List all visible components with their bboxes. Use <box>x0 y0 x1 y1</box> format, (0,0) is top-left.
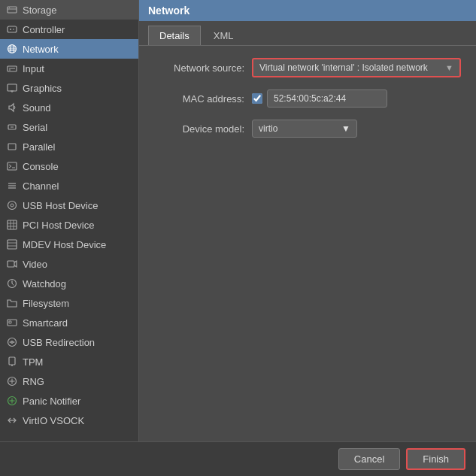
sidebar-item-storage[interactable]: Storage <box>0 0 138 20</box>
mac-row <box>252 89 387 108</box>
sidebar-item-graphics-label: Graphics <box>23 83 62 94</box>
sidebar-item-usb-redirection-label: USB Redirection <box>23 337 95 348</box>
main-container: Storage Controller Network Input Graphic… <box>0 0 476 441</box>
smartcard-icon <box>6 317 18 329</box>
sidebar-item-usb-host-device-label: USB Host Device <box>23 200 98 211</box>
sidebar-item-graphics[interactable]: Graphics <box>0 78 138 98</box>
tab-xml[interactable]: XML <box>202 26 245 45</box>
finish-button[interactable]: Finish <box>406 448 465 470</box>
sound-icon <box>6 102 18 114</box>
tabs-bar: Details XML <box>139 21 476 46</box>
sidebar-item-pci-host-device-label: PCI Host Device <box>23 220 94 231</box>
sidebar-item-sound-label: Sound <box>23 102 51 114</box>
serial-icon <box>6 121 18 133</box>
console-icon <box>6 160 18 172</box>
device-model-value: virtio <box>259 123 277 134</box>
watchdog-icon <box>6 277 18 290</box>
sidebar-item-panic-notifier-label: Panic Notifier <box>23 396 80 407</box>
svg-marker-18 <box>9 104 14 111</box>
sidebar-item-mdev-host-device[interactable]: MDEV Host Device <box>0 235 138 254</box>
device-model-row-inner: virtio ▼ <box>252 120 357 138</box>
sidebar-item-network[interactable]: Network <box>0 39 138 59</box>
form-area: Network source: Virtual network 'interna… <box>139 46 476 441</box>
sidebar-item-channel-label: Channel <box>23 180 59 192</box>
sidebar-item-filesystem-label: Filesystem <box>23 298 69 309</box>
device-model-select[interactable]: virtio ▼ <box>252 120 357 138</box>
rng-icon <box>6 375 18 387</box>
sidebar-item-channel[interactable]: Channel <box>0 176 138 196</box>
sidebar-item-storage-label: Storage <box>23 5 57 16</box>
sidebar-item-tpm-label: TPM <box>23 356 43 368</box>
sidebar-item-sound[interactable]: Sound <box>0 98 138 117</box>
sidebar-item-serial[interactable]: Serial <box>0 117 138 137</box>
tab-details[interactable]: Details <box>148 26 201 45</box>
video-icon <box>6 258 18 270</box>
virtio-vsock-icon <box>6 414 18 426</box>
svg-rect-3 <box>8 26 17 32</box>
input-icon <box>6 62 18 74</box>
sidebar-item-controller-label: Controller <box>23 24 65 35</box>
sidebar-item-smartcard[interactable]: Smartcard <box>0 313 138 332</box>
svg-rect-46 <box>9 357 15 365</box>
sidebar-item-virtio-vsock[interactable]: VirtIO VSOCK <box>0 411 138 430</box>
network-source-dropdown-arrow: ▼ <box>445 63 453 72</box>
sidebar-item-tpm[interactable]: TPM <box>0 352 138 371</box>
sidebar-item-smartcard-label: Smartcard <box>23 317 68 329</box>
sidebar-item-pci-host-device[interactable]: PCI Host Device <box>0 215 138 235</box>
svg-rect-29 <box>8 220 17 229</box>
svg-rect-22 <box>8 162 17 170</box>
svg-rect-15 <box>8 84 17 91</box>
svg-rect-34 <box>8 240 17 249</box>
svg-point-28 <box>11 204 14 207</box>
sidebar-item-console-label: Console <box>23 161 59 172</box>
graphics-icon <box>6 82 18 94</box>
footer: Cancel Finish <box>0 441 476 476</box>
filesystem-icon <box>6 297 18 309</box>
sidebar-item-parallel[interactable]: Parallel <box>0 137 138 156</box>
device-model-row: Device model: virtio ▼ <box>154 120 461 138</box>
channel-icon <box>6 180 18 192</box>
svg-rect-42 <box>9 321 11 323</box>
mac-checkbox[interactable] <box>252 93 262 104</box>
sidebar-item-rng[interactable]: RNG <box>0 371 138 391</box>
device-model-arrow: ▼ <box>341 123 350 134</box>
sidebar-item-watchdog[interactable]: Watchdog <box>0 274 138 293</box>
sidebar-item-controller[interactable]: Controller <box>0 20 138 39</box>
sidebar-item-serial-label: Serial <box>23 122 47 133</box>
svg-point-27 <box>8 202 17 210</box>
sidebar-item-usb-redirection[interactable]: USB Redirection <box>0 332 138 352</box>
sidebar-item-panic-notifier[interactable]: Panic Notifier <box>0 391 138 411</box>
svg-line-40 <box>12 283 14 286</box>
sidebar-item-virtio-vsock-label: VirtIO VSOCK <box>23 415 84 426</box>
network-source-dropdown[interactable]: Virtual network 'internal' : Isolated ne… <box>252 58 461 77</box>
mdev-host-device-icon <box>6 238 18 250</box>
mac-address-input[interactable] <box>267 89 387 108</box>
network-source-value: Virtual network 'internal' : Isolated ne… <box>259 62 428 73</box>
sidebar-item-filesystem[interactable]: Filesystem <box>0 293 138 313</box>
storage-icon <box>6 4 18 16</box>
mac-address-row: MAC address: <box>154 89 461 108</box>
usb-host-device-icon <box>6 199 18 211</box>
device-model-label: Device model: <box>154 123 252 135</box>
mac-address-label: MAC address: <box>154 93 252 105</box>
sidebar-item-console[interactable]: Console <box>0 156 138 176</box>
sidebar-item-video[interactable]: Video <box>0 254 138 274</box>
parallel-icon <box>6 141 18 153</box>
sidebar-item-usb-host-device[interactable]: USB Host Device <box>0 196 138 215</box>
svg-rect-37 <box>8 261 14 267</box>
svg-point-6 <box>13 29 14 30</box>
cancel-button[interactable]: Cancel <box>338 448 400 470</box>
sidebar: Storage Controller Network Input Graphic… <box>0 0 139 441</box>
usb-redirection-icon <box>6 336 18 348</box>
sidebar-item-parallel-label: Parallel <box>23 141 55 153</box>
content-area: Network Details XML Network source: Virt… <box>139 0 476 441</box>
svg-point-2 <box>9 8 10 8</box>
controller-icon <box>6 23 18 35</box>
panic-notifier-icon <box>6 395 18 407</box>
sidebar-item-input-label: Input <box>23 63 44 74</box>
sidebar-item-input[interactable]: Input <box>0 59 138 78</box>
sidebar-item-mdev-host-device-label: MDEV Host Device <box>23 239 106 250</box>
tpm-icon <box>6 356 18 368</box>
sidebar-item-video-label: Video <box>23 259 47 270</box>
network-icon <box>6 43 18 55</box>
